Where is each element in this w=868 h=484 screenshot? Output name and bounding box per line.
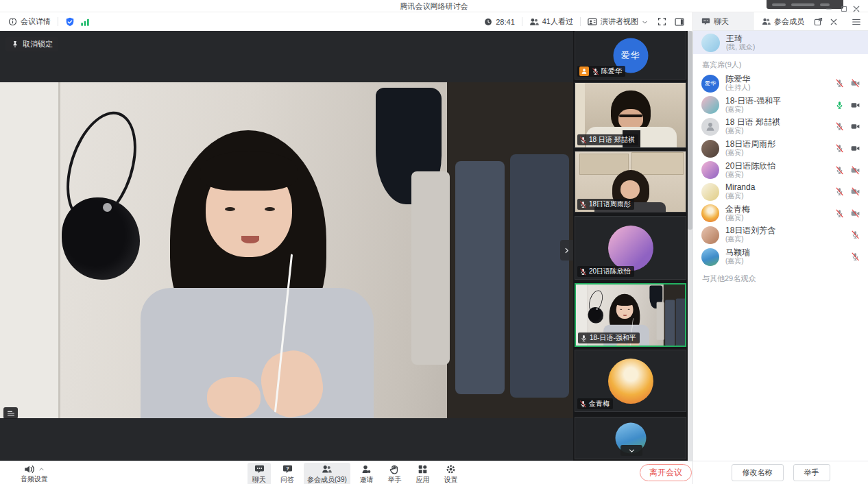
member-row-self[interactable]: 王琦 (我, 观众) (693, 31, 868, 54)
video-thumbnail[interactable]: 20日语陈欣怡 (575, 216, 686, 280)
camera-off-icon (851, 79, 860, 88)
minimize-button[interactable] (825, 2, 834, 10)
speaker-view-icon (588, 16, 597, 26)
chevron-down-icon (628, 444, 636, 457)
member-row[interactable]: 爱华陈爱华(主持人) (693, 73, 868, 95)
avatar (701, 96, 719, 114)
pin-icon (11, 40, 19, 49)
leave-meeting-button[interactable]: 离开会议 (640, 464, 692, 481)
scroll-down-button[interactable] (620, 445, 642, 456)
mic-off-icon (579, 268, 587, 276)
camera-on-icon (851, 122, 860, 131)
mic-off-icon (835, 144, 844, 153)
member-name: 18 日语 郑喆祺 (725, 118, 819, 127)
video-thumbnail[interactable]: 爱华陈爱华 (575, 31, 686, 80)
fullscreen-button[interactable] (658, 17, 666, 27)
avatar (701, 226, 719, 244)
participant-name-label: 陈爱华 (577, 66, 625, 77)
toolbar-button-qa[interactable]: ?问答 (276, 463, 299, 484)
toolbar-button-invite[interactable]: 邀请 (355, 463, 378, 484)
member-row[interactable]: 18日语周雨彤(嘉宾) (693, 138, 868, 160)
camera-off-icon (851, 166, 860, 175)
rename-button[interactable]: 修改名称 (732, 464, 784, 481)
member-name: 20日语陈欣怡 (725, 162, 819, 171)
thumbnail-strip: 爱华陈爱华18 日语 郑喆祺18日语周雨彤20日语陈欣怡18-日语-强和平金青梅 (573, 31, 692, 461)
audio-settings-button[interactable]: 音频设置 (21, 463, 48, 484)
toolbar-button-label: 聊天 (252, 475, 266, 484)
toolbar-button-hand[interactable]: 举手 (383, 463, 407, 484)
close-icon[interactable] (830, 16, 838, 25)
meeting-details-button[interactable]: 会议详情 (8, 16, 51, 27)
chat-tab-label: 聊天 (714, 16, 729, 27)
unpin-label: 取消锁定 (23, 39, 53, 49)
speaker-video-feed (0, 82, 573, 418)
toolbar-button-chat[interactable]: 聊天 (248, 463, 271, 484)
participant-name-label: 20日语陈欣怡 (577, 266, 634, 277)
member-row[interactable]: 马颖瑞(嘉宾) (693, 246, 868, 268)
mic-off-icon (835, 122, 844, 131)
raise-hand-button[interactable]: 举手 (793, 464, 830, 481)
member-name: 马颖瑞 (725, 248, 819, 257)
chevron-right-icon (563, 244, 570, 256)
collapse-thumbnails-button[interactable] (560, 240, 573, 261)
participant-name-label: 18日语周雨彤 (577, 199, 634, 210)
main-video (0, 82, 573, 418)
panel-footer: 修改名称 举手 (693, 461, 868, 484)
hand-icon (389, 464, 400, 474)
member-row[interactable]: 18日语刘芳含(嘉宾) (693, 224, 868, 246)
maximize-button[interactable] (840, 2, 849, 10)
members-tab-label: 参会成员 (774, 16, 804, 27)
camera-off-icon (851, 187, 860, 196)
bottom-toolbar: 音频设置 聊天?问答参会成员(39)邀请举手应用设置 离开会议 (0, 461, 692, 484)
member-row[interactable]: 18 日语 郑喆祺(嘉宾) (693, 116, 868, 138)
toolbar-button-label: 应用 (416, 475, 430, 484)
video-thumbnail[interactable]: 18 日语 郑喆祺 (575, 82, 686, 148)
mic-off-icon (835, 209, 844, 218)
member-status-icons (825, 166, 860, 175)
tab-chat[interactable]: 聊天 (693, 12, 754, 30)
viewer-count[interactable]: 41人看过 (529, 16, 573, 27)
close-button[interactable] (852, 2, 862, 10)
member-status-icons (825, 187, 860, 196)
tab-members[interactable]: 参会成员 (754, 12, 845, 30)
network-signal-icon[interactable] (80, 16, 90, 26)
member-role: (嘉宾) (725, 257, 819, 265)
toolbar-button-gear[interactable]: 设置 (439, 463, 463, 484)
toolbar-buttons: 聊天?问答参会成员(39)邀请举手应用设置 (248, 463, 463, 484)
member-row[interactable]: 金青梅(嘉宾) (693, 203, 868, 225)
info-icon (8, 17, 17, 27)
caption-toggle-button[interactable] (3, 407, 18, 419)
member-row[interactable]: 18-日语-强和平(嘉宾) (693, 95, 868, 117)
panel-header: 聊天 参会成员 (693, 12, 868, 31)
thumbnail-scrollbar[interactable] (688, 31, 692, 461)
window-titlebar: 腾讯会议网络研讨会 (0, 0, 868, 12)
toolbar-button-apps[interactable]: 应用 (411, 463, 435, 484)
member-row[interactable]: Miranda(嘉宾) (693, 181, 868, 203)
people-icon (762, 16, 771, 26)
view-mode-dropdown[interactable]: 演讲者视图 (588, 16, 648, 27)
toolbar-button-people[interactable]: 参会成员(39) (304, 463, 350, 484)
member-name: 18日语周雨彤 (725, 140, 819, 149)
camera-on-icon (851, 101, 860, 110)
video-thumbnail[interactable]: 金青梅 (575, 350, 686, 412)
chat-icon (701, 16, 710, 26)
member-name: 18-日语-强和平 (725, 97, 819, 106)
popout-icon[interactable] (814, 16, 823, 26)
chevron-up-icon[interactable] (38, 463, 45, 475)
security-shield-icon[interactable] (65, 16, 75, 26)
toolbar-button-label: 邀请 (360, 475, 374, 484)
svg-text:?: ? (286, 465, 289, 472)
gear-icon (446, 464, 456, 474)
video-thumbnail[interactable]: 18-日语-强和平 (575, 283, 686, 347)
member-name: 陈爱华 (725, 75, 819, 84)
unpin-button[interactable]: 取消锁定 (5, 37, 58, 51)
participant-name-label: 18 日语 郑喆祺 (577, 134, 638, 145)
video-thumbnail[interactable]: 18日语周雨彤 (575, 151, 686, 213)
avatar (701, 248, 719, 266)
member-status-icons (825, 144, 860, 153)
member-row[interactable]: 20日语陈欣怡(嘉宾) (693, 159, 868, 181)
panel-menu-button[interactable] (845, 12, 868, 30)
meeting-details-label: 会议详情 (21, 16, 51, 27)
avatar (701, 118, 719, 136)
panel-toggle-button[interactable] (675, 16, 684, 26)
